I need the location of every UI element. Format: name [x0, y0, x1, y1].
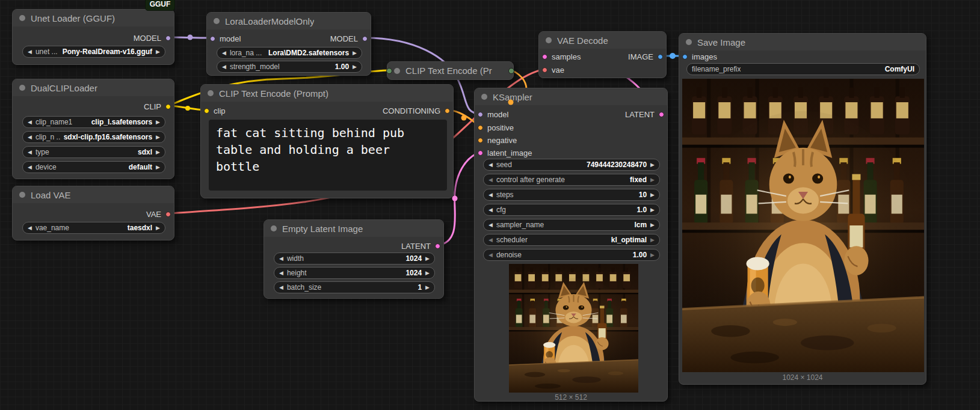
- collapse-toggle-icon[interactable]: [19, 15, 25, 21]
- conditioning-output-port[interactable]: [445, 108, 450, 114]
- model-output-port[interactable]: [165, 35, 171, 41]
- widget-type[interactable]: ◀ type sdxl ▶: [22, 146, 165, 158]
- widget-strength-model[interactable]: ◀ strength_model 1.00 ▶: [217, 61, 362, 73]
- model-input-port[interactable]: [210, 36, 215, 41]
- increment-arrow-icon[interactable]: ▶: [650, 222, 655, 228]
- collapse-toggle-icon[interactable]: [19, 192, 25, 198]
- node-header[interactable]: CLIP Text Encode (Prompt): [201, 85, 453, 102]
- vae-output-slot[interactable]: VAE: [146, 207, 171, 221]
- model-input-port[interactable]: [478, 112, 483, 117]
- node-save-image[interactable]: Save Image images filename_prefix ComfyU…: [679, 33, 926, 385]
- widget-unet-name[interactable]: ◀ unet ... Pony-RealDream-v16.gguf ▶: [22, 46, 165, 58]
- node-header[interactable]: Save Image: [679, 34, 926, 50]
- decrement-arrow-icon[interactable]: ◀: [28, 135, 32, 140]
- decrement-arrow-icon[interactable]: ◀: [28, 225, 32, 231]
- latent-output-port[interactable]: [659, 112, 664, 117]
- widget-cfg[interactable]: ◀ cfg 1.0 ▶: [483, 204, 660, 216]
- collapse-toggle-icon[interactable]: [394, 68, 400, 74]
- samples-input-port[interactable]: [542, 54, 547, 60]
- widget-height[interactable]: ◀ height 1024 ▶: [274, 267, 435, 279]
- node-header[interactable]: KSampler: [475, 88, 667, 105]
- collapse-toggle-icon[interactable]: [271, 225, 277, 231]
- widget-sampler-name[interactable]: ◀ sampler_name lcm ▶: [483, 219, 660, 231]
- decrement-arrow-icon[interactable]: ◀: [279, 285, 283, 290]
- increment-arrow-icon[interactable]: ▶: [650, 252, 655, 258]
- node-clip-encode-prompt[interactable]: CLIP Text Encode (Prompt) clip CONDITION…: [200, 84, 454, 198]
- model-input-slot[interactable]: model: [478, 108, 508, 121]
- widget-denoise[interactable]: ◀ denoise 1.00 ▶: [483, 249, 660, 261]
- node-dual-clip-loader[interactable]: DualCLIPLoader CLIP ◀ clip_name1 clip_l.…: [12, 79, 174, 179]
- image-output-port[interactable]: [658, 54, 663, 60]
- node-header[interactable]: Unet Loader (GGUF): [13, 10, 174, 26]
- increment-arrow-icon[interactable]: ▶: [650, 177, 655, 183]
- widget-batch-size[interactable]: ◀ batch_size 1 ▶: [274, 281, 435, 293]
- node-empty-latent-image[interactable]: Empty Latent Image LATENT ◀ width 1024 ▶…: [263, 219, 444, 299]
- decrement-arrow-icon[interactable]: ◀: [488, 162, 493, 168]
- widget-filename-prefix[interactable]: filename_prefix ComfyUI: [686, 63, 920, 75]
- increment-arrow-icon[interactable]: ▶: [650, 237, 655, 243]
- model-output-slot[interactable]: MODEL: [134, 31, 171, 44]
- increment-arrow-icon[interactable]: ▶: [650, 207, 655, 213]
- node-unet-loader[interactable]: Unet Loader (GGUF) MODEL ◀ unet ... Pony…: [12, 9, 174, 65]
- decrement-arrow-icon[interactable]: ◀: [222, 50, 226, 56]
- collapse-toggle-icon[interactable]: [546, 37, 552, 43]
- increment-arrow-icon[interactable]: ▶: [156, 165, 160, 170]
- latent-image-input-port[interactable]: [478, 150, 483, 156]
- latent-output-slot[interactable]: LATENT: [401, 239, 440, 252]
- negative-input-slot[interactable]: negative: [478, 133, 517, 147]
- model-input-slot[interactable]: model: [210, 32, 241, 45]
- node-vae-decode[interactable]: VAE Decode samples IMAGE vae: [538, 31, 667, 78]
- collapse-toggle-icon[interactable]: [481, 94, 487, 100]
- collapsed-output-port[interactable]: [508, 68, 514, 74]
- conditioning-output-slot[interactable]: CONDITIONING: [383, 104, 450, 117]
- clip-input-slot[interactable]: clip: [204, 104, 226, 117]
- increment-arrow-icon[interactable]: ▶: [353, 50, 357, 56]
- widget-vae-name[interactable]: ◀ vae_name taesdxl ▶: [22, 222, 165, 234]
- decrement-arrow-icon[interactable]: ◀: [28, 150, 32, 155]
- prompt-textarea[interactable]: fat cat sitting behind pub table and hol…: [209, 120, 447, 191]
- widget-steps[interactable]: ◀ steps 10 ▶: [483, 189, 660, 201]
- node-header[interactable]: CLIP Text Encode (Pr: [387, 62, 513, 79]
- latent-output-port[interactable]: [435, 243, 440, 249]
- vae-input-port[interactable]: [542, 67, 547, 73]
- clip-output-port[interactable]: [165, 104, 171, 109]
- collapse-toggle-icon[interactable]: [208, 90, 214, 96]
- increment-arrow-icon[interactable]: ▶: [156, 135, 160, 140]
- increment-arrow-icon[interactable]: ▶: [353, 64, 357, 70]
- widget-control-after-generate[interactable]: ◀ control after generate fixed ▶: [483, 174, 660, 186]
- decrement-arrow-icon[interactable]: ◀: [488, 252, 493, 258]
- node-header[interactable]: Load VAE: [13, 186, 174, 203]
- increment-arrow-icon[interactable]: ▶: [650, 162, 655, 168]
- widget-lora-name[interactable]: ◀ lora_na ... Lora\DMD2.safetensors ▶: [217, 47, 362, 59]
- vae-input-slot[interactable]: vae: [542, 63, 564, 76]
- node-header[interactable]: Empty Latent Image: [264, 220, 443, 237]
- decrement-arrow-icon[interactable]: ◀: [222, 64, 226, 70]
- increment-arrow-icon[interactable]: ▶: [650, 192, 655, 198]
- node-header[interactable]: LoraLoaderModelOnly: [207, 13, 371, 29]
- decrement-arrow-icon[interactable]: ◀: [488, 207, 493, 213]
- collapse-toggle-icon[interactable]: [686, 39, 692, 45]
- collapse-toggle-icon[interactable]: [214, 18, 220, 24]
- decrement-arrow-icon[interactable]: ◀: [488, 237, 493, 243]
- vae-output-port[interactable]: [165, 212, 171, 217]
- widget-seed[interactable]: ◀ seed 749444230248470 ▶: [483, 159, 660, 171]
- positive-input-port[interactable]: [478, 125, 483, 130]
- increment-arrow-icon[interactable]: ▶: [156, 150, 160, 155]
- widget-clip-name2[interactable]: ◀ clip_n ... sdxl-clip.fp16.safetensors …: [22, 131, 165, 143]
- node-load-vae[interactable]: Load VAE VAE ◀ vae_name taesdxl ▶: [12, 186, 174, 240]
- images-input-port[interactable]: [682, 54, 688, 60]
- images-input-slot[interactable]: images: [682, 50, 717, 63]
- node-header[interactable]: DualCLIPLoader: [13, 79, 174, 96]
- decrement-arrow-icon[interactable]: ◀: [28, 165, 32, 170]
- increment-arrow-icon[interactable]: ▶: [156, 225, 160, 231]
- widget-scheduler[interactable]: ◀ scheduler kl_optimal ▶: [483, 234, 660, 246]
- model-output-slot[interactable]: MODEL: [330, 32, 368, 45]
- widget-clip-name1[interactable]: ◀ clip_name1 clip_l.safetensors ▶: [22, 116, 165, 128]
- widget-device[interactable]: ◀ device default ▶: [22, 161, 165, 173]
- collapse-toggle-icon[interactable]: [19, 85, 25, 91]
- increment-arrow-icon[interactable]: ▶: [425, 271, 430, 276]
- node-graph-canvas[interactable]: GGUF Unet Loader (GGUF) MODEL ◀ unet ...…: [0, 0, 980, 410]
- decrement-arrow-icon[interactable]: ◀: [488, 177, 493, 183]
- clip-output-slot[interactable]: CLIP: [144, 100, 171, 113]
- node-lora-loader[interactable]: LoraLoaderModelOnly model MODEL ◀ lora_n…: [206, 12, 371, 76]
